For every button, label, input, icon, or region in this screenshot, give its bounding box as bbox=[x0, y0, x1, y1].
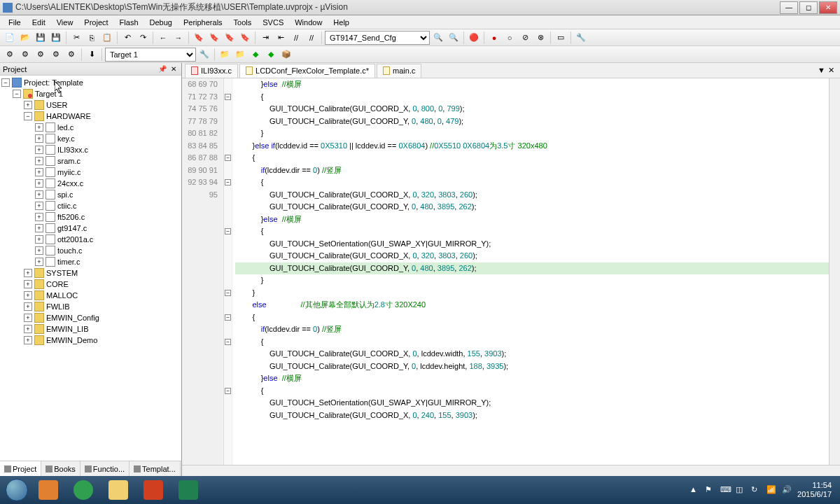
fold-marker[interactable]: − bbox=[225, 94, 231, 100]
tree-file-led-c[interactable]: +led.c bbox=[1, 122, 180, 133]
fold-marker[interactable]: − bbox=[225, 179, 231, 186]
tree-file-ILI93xx-c[interactable]: +ILI93xx.c bbox=[1, 144, 180, 155]
editor-tab-LCDConf_FlexColor_Templatec[interactable]: LCDConf_FlexColor_Template.c* bbox=[239, 64, 375, 78]
batch-build-icon[interactable]: ⚙ bbox=[49, 48, 63, 62]
panel-close-icon[interactable]: ✕ bbox=[169, 64, 178, 74]
tree-group-emwin_config[interactable]: +EMWIN_Config bbox=[1, 312, 180, 323]
code-editor[interactable]: 68 69 70 71 72 73 74 75 76 77 78 79 80 8… bbox=[182, 78, 840, 465]
close-button[interactable]: ✕ bbox=[819, 1, 837, 14]
horizontal-scrollbar[interactable] bbox=[182, 465, 840, 476]
translate-icon[interactable]: ⚙ bbox=[3, 48, 17, 62]
tray-sync-icon[interactable]: ↻ bbox=[751, 485, 761, 495]
breakpoint-enable-icon[interactable]: ○ bbox=[503, 31, 517, 45]
fold-marker[interactable]: − bbox=[225, 339, 231, 345]
tree-group-emwin_demo[interactable]: +EMWIN_Demo bbox=[1, 335, 180, 346]
tree-group-fwlib[interactable]: +FWLIB bbox=[1, 301, 180, 312]
tree-file-spi-c[interactable]: +spi.c bbox=[1, 189, 180, 200]
fold-column[interactable]: −−−−−−−− bbox=[224, 78, 232, 465]
outdent-icon[interactable]: ⇤ bbox=[274, 31, 288, 45]
comment-icon[interactable]: // bbox=[289, 31, 303, 45]
target-combo[interactable]: Target 1 bbox=[105, 48, 196, 62]
task-explorer[interactable] bbox=[102, 477, 135, 503]
task-qq[interactable] bbox=[66, 477, 100, 503]
tray-volume-icon[interactable]: 🔊 bbox=[782, 485, 792, 495]
tree-group-malloc[interactable]: +MALLOC bbox=[1, 290, 180, 301]
tree-group-user[interactable]: +USER bbox=[1, 99, 180, 111]
tree-file-ft5206-c[interactable]: +ft5206.c bbox=[1, 211, 180, 223]
find-icon[interactable]: 🔍 bbox=[431, 31, 445, 45]
tree-file-myiic-c[interactable]: +myiic.c bbox=[1, 167, 180, 178]
window-icon[interactable]: ▭ bbox=[554, 31, 568, 45]
taskbar-clock[interactable]: 11:54 2015/6/17 bbox=[797, 481, 832, 499]
open-file-icon[interactable]: 📂 bbox=[18, 31, 32, 45]
menu-svcs[interactable]: SVCS bbox=[257, 17, 289, 28]
task-powerpoint[interactable] bbox=[136, 477, 170, 503]
configure-icon[interactable]: 🔧 bbox=[574, 31, 588, 45]
task-wps[interactable] bbox=[172, 477, 205, 503]
panel-tab-books[interactable]: Books bbox=[41, 461, 80, 476]
select-packs-icon[interactable]: ◆ bbox=[248, 48, 262, 62]
save-all-icon[interactable]: 💾 bbox=[49, 31, 63, 45]
breakpoint-disable-icon[interactable]: ⊘ bbox=[518, 31, 532, 45]
editor-tab-ILI93xxc[interactable]: ILI93xx.c bbox=[185, 64, 238, 78]
undo-icon[interactable]: ↶ bbox=[120, 31, 134, 45]
editor-tab-mainc[interactable]: main.c bbox=[377, 64, 421, 78]
fold-marker[interactable]: − bbox=[225, 155, 231, 161]
breakpoint-icon[interactable]: ● bbox=[487, 31, 501, 45]
menu-peripherals[interactable]: Peripherals bbox=[178, 17, 228, 28]
fold-marker[interactable]: − bbox=[225, 314, 231, 321]
redo-icon[interactable]: ↷ bbox=[136, 31, 150, 45]
incremental-find-icon[interactable]: 🔍 bbox=[447, 31, 461, 45]
fold-marker[interactable]: − bbox=[225, 388, 231, 394]
tree-project-root[interactable]: −Project: Template bbox=[1, 77, 180, 88]
tray-up-icon[interactable]: ▲ bbox=[690, 485, 699, 495]
paste-icon[interactable]: 📋 bbox=[100, 31, 114, 45]
bookmark-clear-icon[interactable]: 🔖 bbox=[238, 31, 252, 45]
options-icon[interactable]: 🔧 bbox=[197, 48, 211, 62]
menu-flash[interactable]: Flash bbox=[114, 17, 144, 28]
download-icon[interactable]: ⬇ bbox=[85, 48, 99, 62]
copy-icon[interactable]: ⎘ bbox=[85, 31, 99, 45]
new-file-icon[interactable]: 📄 bbox=[3, 31, 17, 45]
menu-tools[interactable]: Tools bbox=[228, 17, 258, 28]
uncomment-icon[interactable]: // bbox=[304, 31, 318, 45]
menu-debug[interactable]: Debug bbox=[144, 17, 178, 28]
bookmark-icon[interactable]: 🔖 bbox=[192, 31, 206, 45]
tree-file-key-c[interactable]: +key.c bbox=[1, 133, 180, 144]
menu-view[interactable]: View bbox=[51, 17, 79, 28]
start-button[interactable] bbox=[3, 477, 31, 503]
function-combo[interactable]: GT9147_Send_Cfg bbox=[325, 31, 430, 45]
indent-icon[interactable]: ⇥ bbox=[258, 31, 272, 45]
project-tree[interactable]: −Project: Template−Target 1+USER−HARDWAR… bbox=[0, 76, 181, 461]
menu-file[interactable]: File bbox=[3, 17, 27, 28]
tree-file-24cxx-c[interactable]: +24cxx.c bbox=[1, 178, 180, 189]
stop-build-icon[interactable]: ⚙ bbox=[64, 48, 78, 62]
cut-icon[interactable]: ✂ bbox=[69, 31, 83, 45]
rebuild-icon[interactable]: ⚙ bbox=[34, 48, 48, 62]
bookmark-next-icon[interactable]: 🔖 bbox=[223, 31, 237, 45]
minimize-button[interactable]: — bbox=[780, 1, 798, 14]
save-icon[interactable]: 💾 bbox=[34, 31, 48, 45]
menu-help[interactable]: Help bbox=[328, 17, 355, 28]
fold-marker[interactable]: − bbox=[225, 290, 231, 296]
nav-back-icon[interactable]: ← bbox=[156, 31, 170, 45]
task-foxit[interactable] bbox=[31, 477, 65, 503]
tree-group-core[interactable]: +CORE bbox=[1, 279, 180, 290]
tree-target[interactable]: −Target 1 bbox=[1, 88, 180, 99]
nav-fwd-icon[interactable]: → bbox=[172, 31, 186, 45]
tray-app-icon[interactable]: ◫ bbox=[736, 485, 746, 495]
tree-group-system[interactable]: +SYSTEM bbox=[1, 267, 180, 279]
tab-close-icon[interactable]: ✕ bbox=[828, 66, 834, 75]
tab-dropdown-icon[interactable]: ▼ bbox=[818, 66, 825, 75]
tree-file-ott2001a-c[interactable]: +ott2001a.c bbox=[1, 234, 180, 245]
bookmark-prev-icon[interactable]: 🔖 bbox=[207, 31, 221, 45]
debug-icon[interactable]: 🔴 bbox=[467, 31, 481, 45]
panel-tab-project[interactable]: Project bbox=[0, 461, 41, 476]
tree-file-timer-c[interactable]: +timer.c bbox=[1, 256, 180, 267]
tree-group-emwin_lib[interactable]: +EMWIN_LIB bbox=[1, 323, 180, 335]
build-icon[interactable]: ⚙ bbox=[18, 48, 32, 62]
maximize-button[interactable]: ◻ bbox=[799, 1, 818, 14]
panel-tab-templat[interactable]: Templat... bbox=[130, 461, 181, 476]
tray-network-icon[interactable]: 📶 bbox=[766, 485, 776, 495]
manage-rte-icon[interactable]: 📁 bbox=[233, 48, 247, 62]
